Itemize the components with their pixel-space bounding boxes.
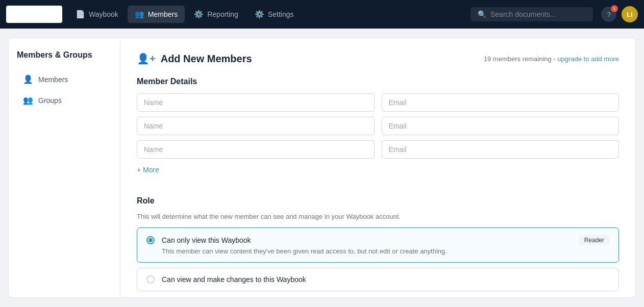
sidebar-groups-label: Groups <box>38 96 62 105</box>
nav-reporting-label: Reporting <box>207 10 238 18</box>
members-nav-icon: 👥 <box>135 10 144 19</box>
nav-settings-label: Settings <box>268 10 294 18</box>
upgrade-link[interactable]: upgrade to add more <box>557 55 619 63</box>
sidebar-members-label: Members <box>38 75 68 84</box>
name-input-2[interactable] <box>137 117 375 135</box>
remaining-text: 19 members remaining - <box>484 55 558 63</box>
role-label: Role <box>137 196 619 206</box>
add-member-icon: 👤+ <box>137 53 156 65</box>
help-icon: ? <box>607 11 610 18</box>
role-reader-desc: This member can view content they've bee… <box>162 247 609 255</box>
role-card-editor[interactable]: Can view and make changes to this Wayboo… <box>137 268 619 291</box>
notification-badge: 1 <box>611 5 618 12</box>
nav-item-settings[interactable]: ⚙️ Settings <box>247 6 301 23</box>
reporting-nav-icon: ⚙️ <box>194 10 204 19</box>
member-row-3 <box>137 140 619 159</box>
main-layout: Members & Groups 👤 Members 👥 Groups 👤+ A… <box>0 29 644 307</box>
members-remaining: 19 members remaining - upgrade to add mo… <box>484 55 619 63</box>
role-name-row-reader: Can only view this Waybook Reader <box>162 235 609 245</box>
user-initials: LI <box>627 11 633 18</box>
role-description: This will determine what the new member … <box>137 213 619 220</box>
sidebar-item-members[interactable]: 👤 Members <box>17 70 112 89</box>
role-section: Role This will determine what the new me… <box>137 196 619 291</box>
top-navigation: 📄 Waybook 👥 Members ⚙️ Reporting ⚙️ Sett… <box>0 0 644 29</box>
radio-reader <box>146 236 155 244</box>
member-details-label: Member Details <box>137 77 619 86</box>
content-header: 👤+ Add New Members 19 members remaining … <box>137 53 619 65</box>
members-sidebar-icon: 👤 <box>23 74 33 84</box>
groups-sidebar-icon: 👥 <box>23 95 33 105</box>
nav-waybook-label: Waybook <box>89 10 118 18</box>
page-title: Add New Members <box>161 53 252 65</box>
radio-editor <box>146 275 155 284</box>
waybook-nav-icon: 📄 <box>76 10 85 19</box>
email-input-1[interactable] <box>382 93 620 112</box>
help-button[interactable]: ? 1 <box>601 7 616 22</box>
name-input-3[interactable] <box>137 140 375 159</box>
member-row-1 <box>137 93 619 112</box>
role-reader-name: Can only view this Waybook <box>162 236 251 244</box>
nav-item-waybook[interactable]: 📄 Waybook <box>68 6 126 23</box>
nav-members-label: Members <box>148 10 178 18</box>
more-rows-link[interactable]: + More <box>137 166 159 174</box>
logo[interactable] <box>6 6 62 23</box>
search-bar[interactable]: 🔍 <box>470 7 593 21</box>
role-reader-content: Can only view this Waybook Reader This m… <box>162 235 609 255</box>
user-avatar[interactable]: LI <box>622 6 638 22</box>
name-input-1[interactable] <box>137 93 375 112</box>
nav-item-members[interactable]: 👥 Members <box>128 6 185 23</box>
sidebar-title: Members & Groups <box>17 50 112 60</box>
search-icon: 🔍 <box>478 10 486 18</box>
role-editor-name: Can view and make changes to this Wayboo… <box>162 275 306 284</box>
search-input[interactable] <box>490 10 586 18</box>
main-content: 👤+ Add New Members 19 members remaining … <box>120 38 636 298</box>
nav-right-actions: ? 1 LI <box>601 6 638 22</box>
role-card-reader[interactable]: Can only view this Waybook Reader This m… <box>137 227 619 263</box>
member-row-2 <box>137 117 619 135</box>
sidebar-item-groups[interactable]: 👥 Groups <box>17 91 112 110</box>
role-reader-badge: Reader <box>579 235 609 245</box>
email-input-3[interactable] <box>382 140 620 159</box>
member-details-section: Member Details + More <box>137 77 619 186</box>
sidebar: Members & Groups 👤 Members 👥 Groups <box>8 38 120 298</box>
email-input-2[interactable] <box>382 117 620 135</box>
nav-item-reporting[interactable]: ⚙️ Reporting <box>187 6 245 23</box>
settings-nav-icon: ⚙️ <box>255 10 264 19</box>
page-title-area: 👤+ Add New Members <box>137 53 252 65</box>
